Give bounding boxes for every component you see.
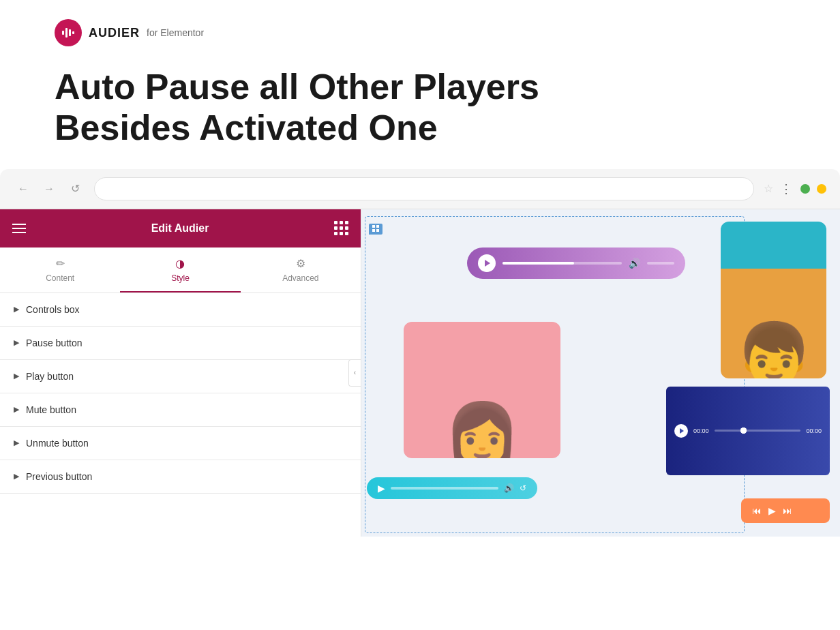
chevron-right-icon: ▶ (14, 305, 19, 314)
page-title: Auto Pause all Other Players Besides Act… (55, 67, 785, 149)
chevron-right-icon-6: ▶ (14, 472, 19, 481)
play-button-purple[interactable] (478, 254, 496, 272)
yellow-dot-indicator (817, 184, 826, 194)
svg-rect-1 (65, 28, 68, 38)
collapse-sidebar-button[interactable]: ‹ (348, 359, 361, 387)
content-tab-label: Content (46, 273, 74, 283)
progress-fill-purple (502, 262, 574, 265)
audio-player-orange[interactable]: ⏮ ▶ ⏭ (741, 498, 830, 523)
page-header: AUDIER for Elementor Auto Pause all Othe… (0, 0, 840, 162)
green-dot-indicator (800, 184, 810, 194)
unmute-button-label: Unmute button (26, 438, 89, 449)
audio-player-purple[interactable]: 🔊 (467, 247, 685, 279)
controls-box-label: Controls box (26, 304, 80, 315)
card-pink: 👩 (404, 322, 560, 458)
svg-rect-3 (72, 31, 74, 34)
accordion-play-button: ▶ Play button (0, 360, 361, 393)
pause-button-label: Pause button (26, 338, 82, 348)
accordion-unmute-button-header[interactable]: ▶ Unmute button (0, 427, 361, 460)
browser-nav: ← → ↺ (14, 179, 85, 198)
chevron-right-icon-4: ▶ (14, 405, 19, 414)
next-button-orange[interactable]: ⏭ (783, 505, 792, 516)
preview-area: 🔊 👦 👩 00:00 00:00 ▶ (361, 209, 840, 537)
browser-actions: ☆ ⋮ (764, 181, 826, 196)
accordion-previous-button-header[interactable]: ▶ Previous button (0, 460, 361, 493)
chevron-right-icon-2: ▶ (14, 338, 19, 347)
element-selection-handle (369, 224, 382, 235)
card-blue: 👦 (721, 222, 826, 378)
accordion-mute-button-header[interactable]: ▶ Mute button (0, 393, 361, 426)
svg-rect-6 (372, 229, 375, 232)
brand-sub-text: for Elementor (147, 27, 204, 38)
grid-menu-icon[interactable] (334, 221, 348, 235)
accordion-unmute-button: ▶ Unmute button (0, 427, 361, 460)
svg-rect-7 (376, 229, 379, 232)
browser-chrome: ← → ↺ ☆ ⋮ (0, 169, 840, 209)
volume-icon-teal[interactable]: 🔊 (504, 483, 514, 493)
style-tab-icon: ◑ (175, 257, 185, 270)
progress-bar-purple[interactable] (502, 262, 622, 265)
refresh-icon-teal[interactable]: ↺ (520, 483, 526, 493)
play-button-dark[interactable] (674, 424, 688, 438)
url-bar[interactable] (94, 177, 754, 200)
main-area: Edit Audier ✏ Content ◑ Style ⚙ Advanced (0, 209, 840, 537)
svg-rect-5 (376, 225, 379, 228)
hamburger-menu-icon[interactable] (12, 224, 26, 233)
current-time-dark: 00:00 (693, 427, 709, 434)
accordion-controls-box-header[interactable]: ▶ Controls box (0, 293, 361, 326)
sidebar-tabs: ✏ Content ◑ Style ⚙ Advanced (0, 247, 361, 293)
total-time-dark: 00:00 (806, 427, 822, 434)
brand-bar: AUDIER for Elementor (55, 19, 785, 46)
accordion-play-button-header[interactable]: ▶ Play button (0, 360, 361, 393)
volume-bar-purple[interactable] (647, 262, 674, 265)
forward-button[interactable]: → (40, 179, 59, 198)
svg-rect-2 (69, 29, 71, 36)
accordion-pause-button-header[interactable]: ▶ Pause button (0, 327, 361, 359)
accordion-list: ▶ Controls box ▶ Pause button ▶ Play but… (0, 293, 361, 537)
accordion-mute-button: ▶ Mute button (0, 393, 361, 427)
back-button[interactable]: ← (14, 179, 33, 198)
play-button-label: Play button (26, 371, 74, 382)
brand-logo (55, 19, 82, 46)
accordion-controls-box: ▶ Controls box (0, 293, 361, 327)
audio-player-teal[interactable]: ▶ 🔊 ↺ (367, 477, 537, 499)
elementor-sidebar: Edit Audier ✏ Content ◑ Style ⚙ Advanced (0, 209, 361, 537)
tab-content[interactable]: ✏ Content (0, 247, 120, 292)
chevron-right-icon-5: ▶ (14, 438, 19, 447)
advanced-tab-label: Advanced (282, 273, 318, 283)
sidebar-header: Edit Audier (0, 209, 361, 247)
tab-advanced[interactable]: ⚙ Advanced (241, 247, 361, 292)
chevron-right-icon-3: ▶ (14, 372, 19, 380)
refresh-button[interactable]: ↺ (65, 179, 85, 198)
progress-bar-teal[interactable] (391, 487, 498, 490)
volume-icon-purple[interactable]: 🔊 (629, 258, 640, 269)
accordion-previous-button: ▶ Previous button (0, 460, 361, 494)
content-tab-icon: ✏ (56, 257, 65, 270)
brand-name-text: AUDIER (89, 26, 140, 40)
mute-button-label: Mute button (26, 404, 76, 415)
advanced-tab-icon: ⚙ (296, 257, 305, 270)
tab-style[interactable]: ◑ Style (120, 247, 240, 292)
play-button-orange[interactable]: ▶ (768, 505, 776, 516)
chevron-left-icon: ‹ (354, 369, 356, 376)
accordion-pause-button: ▶ Pause button (0, 327, 361, 360)
svg-rect-4 (372, 225, 375, 228)
sidebar-title: Edit Audier (151, 222, 209, 235)
svg-rect-0 (62, 31, 64, 35)
style-tab-label: Style (171, 273, 190, 283)
more-options-icon[interactable]: ⋮ (780, 181, 794, 196)
progress-bar-dark[interactable] (715, 430, 801, 432)
audio-player-dark[interactable]: 00:00 00:00 (666, 387, 830, 475)
star-icon[interactable]: ☆ (764, 182, 773, 195)
prev-button-orange[interactable]: ⏮ (752, 505, 762, 516)
previous-button-label: Previous button (26, 471, 92, 482)
play-button-teal[interactable]: ▶ (378, 483, 385, 494)
